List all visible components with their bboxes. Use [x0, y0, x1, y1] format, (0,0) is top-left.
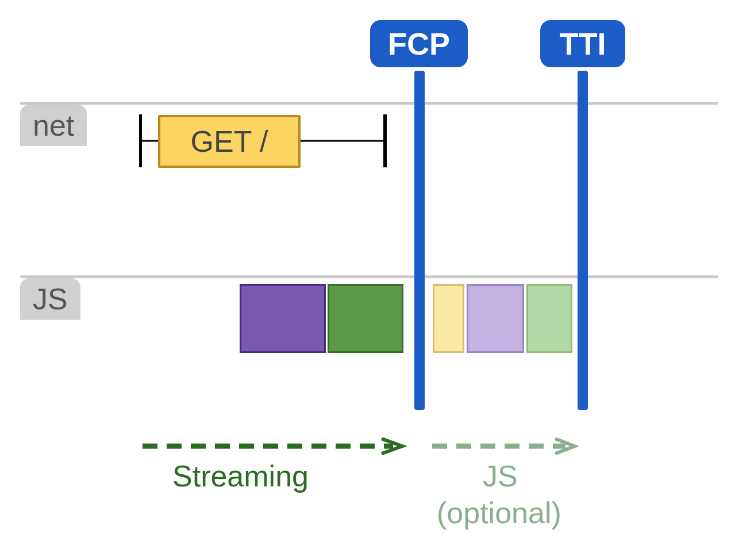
tti-marker-badge: TTI: [540, 20, 625, 67]
rendering-timeline-diagram: net GET / JS FCP TTI Streaming JS (optio…: [0, 0, 731, 560]
js-block-green: [328, 284, 403, 353]
js-block-green-light: [526, 284, 572, 353]
js-optional-arrow-label-1: JS: [483, 459, 518, 493]
fcp-marker-line: [414, 71, 425, 410]
js-track-line: [20, 275, 718, 278]
js-track-label: JS: [20, 278, 80, 320]
net-track-line: [20, 102, 718, 105]
tti-marker-line: [578, 71, 588, 410]
js-block-yellow-light: [433, 284, 464, 353]
js-optional-arrow: [432, 438, 579, 455]
streaming-arrow-label: Streaming: [172, 459, 309, 493]
js-block-purple: [240, 284, 326, 353]
js-block-purple-light: [467, 284, 524, 353]
fcp-marker-badge: FCP: [370, 20, 468, 67]
net-get-request-box: GET /: [158, 115, 301, 168]
js-optional-arrow-label-2: (optional): [437, 496, 561, 530]
streaming-arrow: [143, 438, 407, 455]
net-track-label: net: [20, 105, 87, 146]
